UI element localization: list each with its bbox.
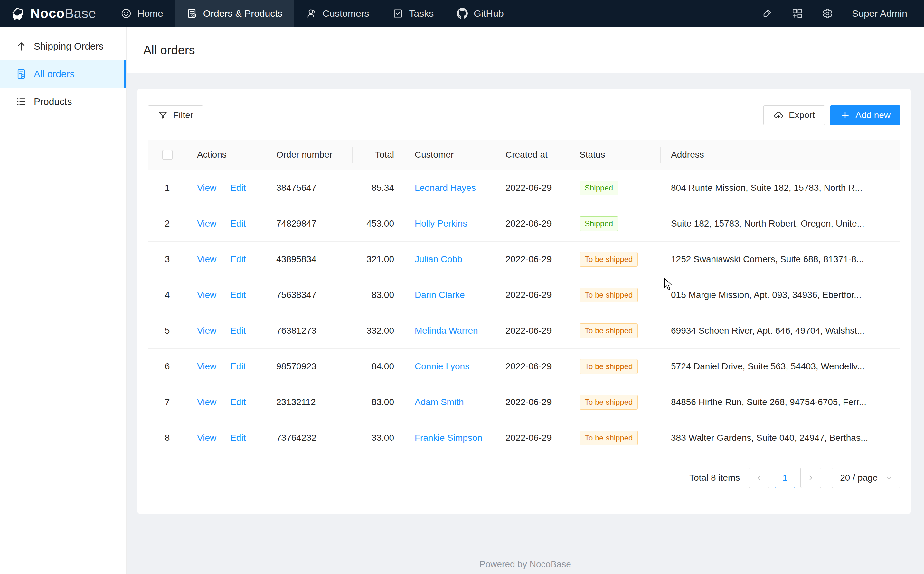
filter-button[interactable]: Filter: [148, 105, 203, 125]
status-tag: To be shipped: [580, 252, 638, 267]
table-row: 8 ViewEdit 73764232 33.00 Frankie Simpso…: [148, 420, 900, 456]
view-link[interactable]: View: [197, 183, 216, 193]
customer-link[interactable]: Leonard Hayes: [415, 183, 476, 193]
created-at-cell: 2022-06-29: [495, 313, 569, 348]
row-index: 8: [148, 420, 187, 456]
row-index: 6: [148, 348, 187, 384]
customer-link[interactable]: Holly Perkins: [415, 218, 467, 229]
col-status: Status: [569, 140, 661, 170]
order-number-cell: 23132112: [266, 384, 352, 420]
col-actions: Actions: [187, 140, 266, 170]
tab-label: Home: [137, 8, 163, 19]
status-cell: Shipped: [569, 170, 661, 206]
tab-github[interactable]: GitHub: [445, 0, 515, 27]
navbar-right: Super Admin: [761, 8, 907, 19]
table-row: 5 ViewEdit 76381273 332.00 Melinda Warre…: [148, 313, 900, 348]
status-tag: To be shipped: [580, 395, 638, 410]
customer-link[interactable]: Adam Smith: [415, 397, 464, 407]
address-cell: 804 Runte Mission, Suite 182, 15783, Nor…: [661, 170, 871, 206]
tab-label: Orders & Products: [203, 8, 283, 19]
action-divider: [223, 434, 223, 442]
github-icon: [457, 8, 468, 19]
add-new-button[interactable]: Add new: [830, 105, 900, 125]
page-size-select[interactable]: 20 / page: [832, 467, 900, 488]
address-cell: 69934 Schoen River, Apt. 646, 49704, Wal…: [661, 313, 871, 348]
tab-customers[interactable]: Customers: [294, 0, 381, 27]
row-actions: ViewEdit: [187, 348, 266, 384]
edit-link[interactable]: Edit: [230, 397, 246, 407]
row-index: 3: [148, 241, 187, 277]
edit-link[interactable]: Edit: [230, 361, 246, 371]
blocks-add-icon[interactable]: [791, 8, 803, 19]
view-link[interactable]: View: [197, 254, 216, 264]
sidebar-item-products[interactable]: Products: [0, 88, 126, 115]
view-link[interactable]: View: [197, 361, 216, 371]
customer-cell: Darin Clarke: [404, 277, 495, 313]
orders-card: Filter Export Add new: [137, 89, 911, 514]
row-actions: ViewEdit: [187, 277, 266, 313]
pagination-prev-button[interactable]: [749, 467, 769, 488]
view-link[interactable]: View: [197, 290, 216, 300]
mouse-cursor: [664, 278, 673, 292]
pagination-page-1[interactable]: 1: [775, 467, 795, 488]
table-body: 1 ViewEdit 38475647 85.34 Leonard Hayes …: [148, 170, 900, 456]
customer-link[interactable]: Melinda Warren: [415, 326, 478, 336]
spacer-cell: [871, 348, 900, 384]
order-number-cell: 74829847: [266, 206, 352, 241]
user-menu[interactable]: Super Admin: [852, 8, 907, 19]
table-row: 4 ViewEdit 75638347 83.00 Darin Clarke 2…: [148, 277, 900, 313]
order-number-cell: 98570923: [266, 348, 352, 384]
action-divider: [223, 290, 223, 300]
tab-orders-products[interactable]: Orders & Products: [175, 0, 294, 27]
edit-link[interactable]: Edit: [230, 183, 246, 193]
brand-text: NocoBase: [30, 6, 96, 21]
toolbar-right: Export Add new: [763, 105, 900, 125]
row-index: 2: [148, 206, 187, 241]
view-link[interactable]: View: [197, 218, 216, 229]
chevron-down-icon: [885, 474, 892, 481]
highlighter-icon[interactable]: [761, 8, 773, 19]
tab-tasks[interactable]: Tasks: [381, 0, 445, 27]
action-divider: [223, 362, 223, 371]
spacer-cell: [871, 241, 900, 277]
customer-link[interactable]: Darin Clarke: [415, 290, 465, 300]
order-number-cell: 76381273: [266, 313, 352, 348]
nocobase-logo[interactable]: NocoBase: [9, 6, 96, 21]
main-content: All orders Filter Export Add new: [126, 27, 924, 574]
pagination-next-button[interactable]: [800, 467, 821, 488]
status-cell: To be shipped: [569, 313, 661, 348]
edit-link[interactable]: Edit: [230, 326, 246, 336]
edit-link[interactable]: Edit: [230, 433, 246, 443]
created-at-cell: 2022-06-29: [495, 241, 569, 277]
customer-link[interactable]: Frankie Simpson: [415, 433, 482, 443]
sidebar-item-shipping-orders[interactable]: Shipping Orders: [0, 33, 126, 60]
order-number-cell: 75638347: [266, 277, 352, 313]
table-row: 2 ViewEdit 74829847 453.00 Holly Perkins…: [148, 206, 900, 241]
total-cell: 83.00: [352, 384, 404, 420]
view-link[interactable]: View: [197, 397, 216, 407]
list-icon: [16, 96, 27, 107]
gear-icon[interactable]: [821, 8, 833, 19]
export-button[interactable]: Export: [763, 105, 825, 125]
row-index: 4: [148, 277, 187, 313]
created-at-cell: 2022-06-29: [495, 170, 569, 206]
pagination-total: Total 8 items: [689, 473, 740, 483]
edit-link[interactable]: Edit: [230, 254, 246, 264]
sidebar: Shipping Orders All orders Products: [0, 27, 126, 574]
sidebar-item-all-orders[interactable]: All orders: [0, 60, 126, 88]
pagination: Total 8 items 1 20 / page: [148, 467, 900, 488]
edit-link[interactable]: Edit: [230, 290, 246, 300]
view-link[interactable]: View: [197, 433, 216, 443]
plus-icon: [840, 110, 850, 120]
tab-home[interactable]: Home: [109, 0, 175, 27]
col-address: Address: [661, 140, 871, 170]
row-actions: ViewEdit: [187, 313, 266, 348]
select-all-checkbox[interactable]: [162, 150, 172, 160]
action-divider: [223, 219, 223, 228]
edit-link[interactable]: Edit: [230, 218, 246, 229]
customer-link[interactable]: Connie Lyons: [415, 361, 469, 371]
view-link[interactable]: View: [197, 326, 216, 336]
customer-link[interactable]: Julian Cobb: [415, 254, 462, 264]
status-cell: To be shipped: [569, 384, 661, 420]
footer-text: Powered by NocoBase: [126, 559, 924, 569]
